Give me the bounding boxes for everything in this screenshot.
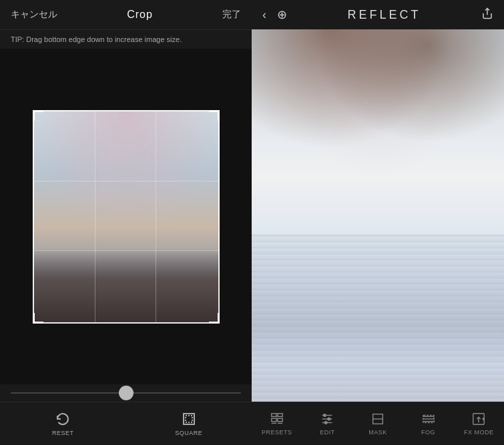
mask-button[interactable]: MASK <box>352 412 403 436</box>
svg-rect-5 <box>272 418 276 422</box>
square-icon <box>181 411 197 427</box>
svg-point-12 <box>324 414 326 417</box>
left-header: キャンセル Crop 完了 <box>0 0 252 29</box>
fx-mode-button[interactable]: FX MODE <box>453 412 504 436</box>
slider-thumb[interactable] <box>119 386 134 400</box>
mask-icon <box>370 412 385 426</box>
rotation-slider[interactable] <box>11 392 241 394</box>
crop-title: Crop <box>127 9 153 21</box>
branch-overlay <box>252 29 504 197</box>
svg-rect-1 <box>186 416 192 422</box>
left-toolbar: RESET SQUARE <box>0 402 252 445</box>
main-image-area <box>252 29 504 402</box>
slider-area <box>0 384 252 402</box>
cancel-button[interactable]: キャンセル <box>11 9 57 21</box>
crop-image <box>33 110 220 324</box>
fog-icon <box>421 412 436 426</box>
svg-rect-3 <box>272 414 276 417</box>
back-button[interactable]: ‹ <box>262 8 266 22</box>
crop-canvas <box>0 49 252 384</box>
cherry-blossom-overlay <box>33 110 220 238</box>
reset-button[interactable]: RESET <box>0 411 126 436</box>
fog-button[interactable]: FOG <box>403 412 454 436</box>
right-panel: ‹ ⊕ REFLECT PRES <box>252 0 504 445</box>
svg-point-14 <box>325 422 328 424</box>
right-toolbar: PRESETS EDIT MASK <box>252 402 504 445</box>
share-button[interactable] <box>481 7 493 23</box>
svg-rect-6 <box>278 418 282 422</box>
right-header-left: ‹ ⊕ <box>262 7 287 22</box>
left-panel: キャンセル Crop 完了 TIP: Drag bottom edge down… <box>0 0 252 445</box>
main-photo <box>252 29 504 402</box>
edit-icon <box>320 412 334 426</box>
fx-mode-icon <box>471 412 486 426</box>
svg-rect-4 <box>278 414 282 417</box>
presets-icon <box>270 412 284 426</box>
done-button[interactable]: 完了 <box>222 9 241 21</box>
bridge-overlay <box>33 249 220 324</box>
zoom-button[interactable]: ⊕ <box>277 7 287 22</box>
edit-button[interactable]: EDIT <box>302 412 353 436</box>
svg-point-13 <box>328 418 330 420</box>
crop-image-wrapper[interactable] <box>33 110 220 324</box>
square-button[interactable]: SQUARE <box>126 411 252 436</box>
right-header: ‹ ⊕ REFLECT <box>252 0 504 29</box>
app-title: REFLECT <box>347 8 421 22</box>
reset-icon <box>55 411 71 427</box>
tip-text: TIP: Drag bottom edge down to increase i… <box>0 29 252 49</box>
presets-button[interactable]: PRESETS <box>252 412 302 436</box>
water-reflection <box>252 234 504 402</box>
